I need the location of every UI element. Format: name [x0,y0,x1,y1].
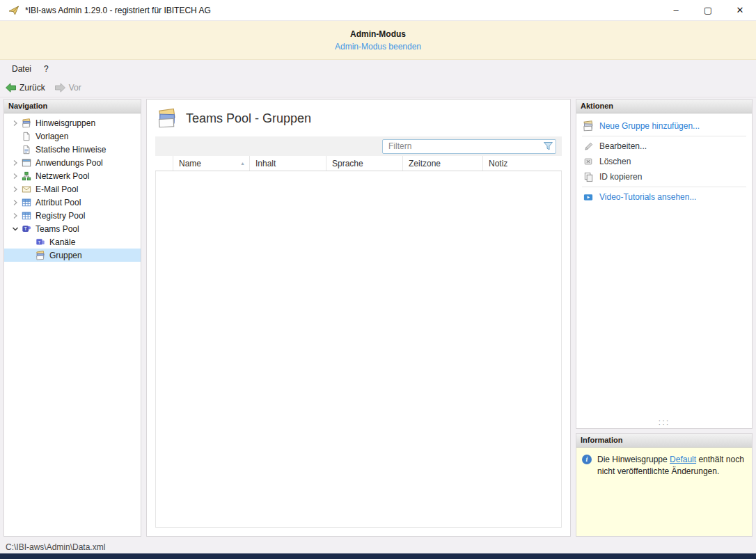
column-label: Inhalt [255,159,276,168]
column-sprache[interactable]: Sprache [326,156,403,171]
nav-item-teams-pool[interactable]: T Teams Pool [4,222,141,235]
column-label: Sprache [332,159,363,168]
gruppen-icon [35,250,46,260]
action-delete[interactable]: Löschen [576,154,752,169]
kanaele-icon: T [35,237,46,247]
action-new-group[interactable]: Neue Gruppe hinzufügen... [576,118,752,134]
filter-box [382,139,556,154]
column-inhalt[interactable]: Inhalt [250,156,326,171]
main-panel: Teams Pool - Gruppen Name ▲ Inhalt Sprac… [146,99,571,537]
chevron-right-icon[interactable] [10,186,21,193]
actions-separator [582,136,746,136]
page-title: Teams Pool - Gruppen [186,111,311,126]
menu-file[interactable]: Datei [6,61,38,77]
nav-item-kanaele[interactable]: T Kanäle [4,235,141,249]
default-group-link[interactable]: Default [670,455,696,464]
navigation-tree: Hinweisgruppen Vorlagen Statische Hinwei… [4,113,141,536]
nav-item-label: E-Mail Pool [36,184,78,194]
nav-item-label: Kanäle [49,237,75,247]
chevron-right-icon[interactable] [10,120,21,127]
filter-band [155,136,562,156]
filter-input[interactable] [382,139,556,154]
information-text: Die Hinweisgruppe Default enthält noch n… [597,454,746,478]
column-zeitzone[interactable]: Zeitzone [403,156,483,171]
info-text-before: Die Hinweisgruppe [597,455,670,464]
navigation-header: Navigation [4,100,141,113]
actions-header: Aktionen [576,100,752,113]
nav-item-statische-hinweise[interactable]: Statische Hinweise [4,143,141,156]
action-edit[interactable]: Bearbeiten... [576,139,752,154]
nav-item-label: Netzwerk Pool [36,171,89,181]
right-column: Aktionen Neue Gruppe hinzufügen... Bearb… [576,99,753,537]
window-bottom-edge [0,553,756,559]
statusbar: C:\IBI-aws\Admin\Data.xml [0,541,756,553]
chevron-right-icon[interactable] [10,212,21,219]
chevron-right-icon[interactable] [10,159,21,166]
statusbar-path: C:\IBI-aws\Admin\Data.xml [6,542,105,552]
video-icon [583,191,594,203]
anwendungs-pool-icon [21,157,32,168]
chevron-right-icon[interactable] [10,173,21,180]
menu-help[interactable]: ? [38,61,55,77]
nav-item-label: Hinweisgruppen [36,118,95,128]
action-label: Löschen [599,157,631,166]
nav-item-label: Anwendungs Pool [36,158,103,168]
filter-funnel-icon[interactable] [543,141,553,151]
chevron-down-icon[interactable] [10,226,21,233]
actions-list: Neue Gruppe hinzufügen... Bearbeiten... … [576,113,752,205]
nav-item-label: Gruppen [49,251,82,260]
maximize-button[interactable]: ▢ [692,0,724,20]
app-icon [8,5,19,16]
action-copy-id[interactable]: ID kopieren [576,169,752,184]
delete-icon [583,156,594,167]
close-button[interactable]: ✕ [724,0,756,20]
nav-item-label: Vorlagen [36,132,68,141]
menubar: Datei ? [0,60,756,78]
copy-icon [583,171,594,182]
admin-mode-title: Admin-Modus [350,29,406,39]
table-body-empty [155,171,562,528]
nav-item-label: Statische Hinweise [36,145,106,155]
svg-text:T: T [38,239,41,244]
table-header: Name ▲ Inhalt Sprache Zeitzone Notiz [155,156,562,171]
nav-item-label: Teams Pool [36,224,79,234]
column-notiz[interactable]: Notiz [483,156,562,171]
information-panel: Information i Die Hinweisgruppe Default … [576,433,753,537]
action-label: Neue Gruppe hinzufügen... [599,121,700,131]
email-pool-icon [21,184,32,194]
new-group-icon [583,120,594,132]
action-video-tutorials[interactable]: Video-Tutorials ansehen... [576,189,752,205]
minimize-button[interactable]: – [660,0,692,20]
column-name[interactable]: Name ▲ [173,156,250,171]
nav-item-attribut-pool[interactable]: Attribut Pool [4,196,141,209]
forward-arrow-icon [55,83,65,93]
admin-mode-end-link[interactable]: Admin-Modus beenden [335,42,421,52]
back-button-label: Zurück [19,83,45,93]
actions-panel: Aktionen Neue Gruppe hinzufügen... Bearb… [576,99,753,429]
attribut-pool-icon [21,197,32,207]
back-arrow-icon [6,83,16,93]
nav-item-vorlagen[interactable]: Vorlagen [4,129,141,143]
window-title: *IBI-aws Admin 1.29.0 - registriert für … [25,6,211,15]
chevron-right-icon[interactable] [10,199,21,206]
edit-icon [583,141,594,152]
nav-item-anwendungs-pool[interactable]: Anwendungs Pool [4,156,141,169]
nav-item-hinweisgruppen[interactable]: Hinweisgruppen [4,116,141,129]
nav-item-email-pool[interactable]: E-Mail Pool [4,182,141,196]
content-area: Navigation Hinweisgruppen Vorlagen Stati… [0,97,756,541]
nav-item-netzwerk-pool[interactable]: Netzwerk Pool [4,169,141,182]
teams-pool-icon: T [21,223,32,234]
admin-mode-banner: Admin-Modus Admin-Modus beenden [0,21,756,60]
panel-resize-gripper[interactable]: ··· ··· [576,419,752,428]
information-body: i Die Hinweisgruppe Default enthält noch… [576,448,752,536]
nav-item-registry-pool[interactable]: Registry Pool [4,209,141,222]
info-icon: i [582,455,592,464]
information-header: Information [576,434,752,448]
toolbar: Zurück Vor [0,78,756,97]
nav-item-gruppen[interactable]: Gruppen [4,249,141,262]
actions-separator [582,187,746,187]
navigation-panel: Navigation Hinweisgruppen Vorlagen Stati… [3,99,141,537]
back-button[interactable]: Zurück [6,83,45,93]
column-blank [155,156,173,171]
forward-button[interactable]: Vor [55,83,81,93]
